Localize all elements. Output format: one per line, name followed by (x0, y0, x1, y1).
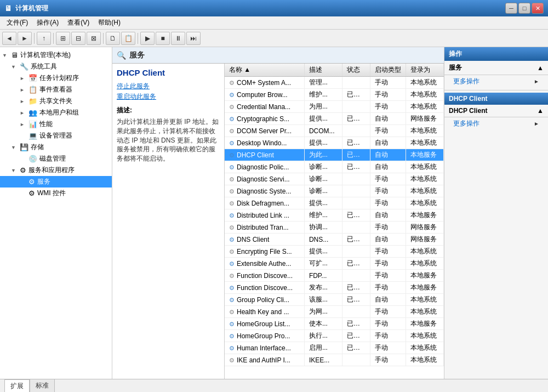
tree-item-event-viewer[interactable]: ► 📋 事件查看器 (0, 84, 112, 95)
menu-action[interactable]: 操作(A) (32, 17, 63, 29)
service-name-cell: ⚙Distributed Link ... (225, 209, 304, 221)
toolbar-show-hide[interactable]: ⊞ (56, 32, 70, 45)
table-row[interactable]: ⚙DCOM Server Pr... DCOM... 手动 本地系统 (225, 125, 444, 137)
table-row[interactable]: ⚙Extensible Authe... 可扩... 已启动 手动 本地系统 (225, 258, 444, 270)
table-row[interactable]: ⚙Distributed Tran... 协调... 手动 网络服务 (225, 221, 444, 234)
menu-file[interactable]: 文件(F) (2, 17, 32, 29)
table-row[interactable]: ⚙Cryptographic S... 提供... 已启动 自动 网络服务 (225, 113, 444, 125)
service-desc-cell: 为网... (304, 306, 342, 318)
service-status-cell: 已启动 (342, 161, 370, 173)
table-row[interactable]: ⚙Credential Mana... 为用... 手动 本地系统 (225, 101, 444, 113)
service-desc-cell: 维护... (304, 209, 342, 221)
tree-item-disk-mgmt[interactable]: 💿 磁盘管理 (0, 153, 112, 164)
menu-view[interactable]: 查看(V) (63, 17, 94, 29)
table-row[interactable]: ⚙Function Discove... FDP... 手动 本地服务 (225, 270, 444, 282)
table-row[interactable]: ⚙HomeGroup List... 使本... 已启动 手动 本地服务 (225, 318, 444, 330)
tab-standard[interactable]: 标准 (30, 379, 55, 392)
tree-item-performance[interactable]: ► 📊 性能 (0, 118, 112, 130)
close-button[interactable]: ✕ (532, 3, 544, 14)
service-login-cell: 本地系统 (406, 258, 444, 270)
disk-expander (20, 156, 28, 162)
table-row[interactable]: ⚙Diagnostic Servi... 诊断... 手动 本地系统 (225, 173, 444, 185)
service-login-cell: 本地服务 (406, 282, 444, 294)
tab-expand[interactable]: 扩展 (4, 379, 30, 392)
col-header-status[interactable]: 状态 (342, 64, 370, 77)
col-header-login[interactable]: 登录为 (406, 64, 444, 77)
menu-help[interactable]: 帮助(H) (94, 17, 125, 29)
toolbar-new[interactable]: 🗋 (106, 32, 120, 45)
table-row[interactable]: ⚙Group Policy Cli... 该服... 已启动 自动 本地系统 (225, 294, 444, 306)
table-row[interactable]: ⚙DHCP Client 为此... 已启动 自动 本地服务 (225, 149, 444, 161)
col-header-start[interactable]: 启动类型 (370, 64, 406, 77)
table-row[interactable]: ⚙Distributed Link ... 维护... 已启动 自动 本地服务 (225, 209, 444, 221)
table-row[interactable]: ⚙Human Interface... 启用... 已启动 手动 本地系统 (225, 342, 444, 354)
actions-dhcp-label: DHCP Client (449, 107, 487, 115)
table-row[interactable]: ⚙Function Discove... 发布... 已启动 手动 本地服务 (225, 282, 444, 294)
service-status-cell (342, 306, 370, 318)
action-more-ops-2[interactable]: 更多操作 ► (444, 117, 548, 130)
table-row[interactable]: ⚙IKE and AuthIP I... IKEE... 手动 本地系统 (225, 354, 444, 366)
toolbar-pause[interactable]: ⏸ (171, 32, 185, 45)
service-start-cell: 自动 (370, 161, 406, 173)
root-expander: ▼ (2, 53, 11, 58)
table-row[interactable]: ⚙COM+ System A... 管理... 手动 本地系统 (225, 77, 444, 89)
col-header-desc[interactable]: 描述 (304, 64, 342, 77)
service-desc-cell: 提供... (304, 197, 342, 209)
service-name-cell: ⚙DNS Client (225, 234, 304, 246)
tree-item-system-tools[interactable]: ▼ 🔧 系统工具 (0, 61, 112, 72)
toolbar-restart[interactable]: ⏭ (186, 32, 201, 45)
toolbar-forward[interactable]: ► (18, 32, 32, 45)
tree-item-local-users[interactable]: ► 👥 本地用户和组 (0, 107, 112, 118)
table-row[interactable]: ⚙Desktop Windo... 提供... 已启动 自动 本地系统 (225, 137, 444, 149)
service-name-cell: ⚙Cryptographic S... (225, 113, 304, 125)
tree-item-wmi[interactable]: ⚙ WMI 控件 (0, 188, 112, 199)
toolbar-props[interactable]: 📋 (121, 32, 135, 45)
tree-item-storage[interactable]: ▼ 💾 存储 (0, 141, 112, 153)
actions-section-dhcp[interactable]: DHCP Client ▲ (444, 105, 548, 117)
maximize-button[interactable]: □ (518, 3, 530, 14)
storage-label: 存储 (31, 143, 44, 152)
minimize-button[interactable]: ─ (505, 3, 517, 14)
tree-root[interactable]: ▼ 🖥 计算机管理(本地) (0, 49, 112, 61)
toolbar-stop[interactable]: ■ (156, 32, 170, 45)
service-login-cell: 网络服务 (406, 221, 444, 234)
table-row[interactable]: ⚙Health Key and ... 为网... 手动 本地系统 (225, 306, 444, 318)
action-more-ops-label-2: 更多操作 (453, 119, 480, 128)
toolbar-back[interactable]: ◄ (2, 32, 16, 45)
toolbar-play[interactable]: ▶ (140, 32, 155, 45)
services-table-area: 名称 ▲ 描述 状态 启动类型 登录为 ⚙COM+ System A... 管理… (225, 64, 444, 379)
tree-item-services[interactable]: ⚙ 服务 (0, 176, 112, 188)
shared-label: 共享文件夹 (39, 96, 72, 106)
service-desc-cell: 提供... (304, 246, 342, 258)
table-row[interactable]: ⚙Diagnostic Polic... 诊断... 已启动 自动 本地系统 (225, 161, 444, 173)
service-start-cell: 手动 (370, 342, 406, 354)
wmi-label: WMI 控件 (37, 189, 66, 198)
toolbar-view2[interactable]: ⊟ (71, 32, 85, 45)
service-status-cell: 已启动 (342, 282, 370, 294)
toolbar-up[interactable]: ↑ (37, 32, 51, 45)
table-row[interactable]: ⚙Disk Defragmen... 提供... 手动 本地系统 (225, 197, 444, 209)
restart-service-link[interactable]: 重启动此服务 (117, 92, 220, 101)
service-desc-cell: 诊断... (304, 173, 342, 185)
actions-section-services[interactable]: 服务 ▲ (444, 61, 548, 75)
table-row[interactable]: ⚙Computer Brow... 维护... 已启动 手动 本地系统 (225, 89, 444, 101)
tree-item-task-scheduler[interactable]: ► 📅 任务计划程序 (0, 72, 112, 84)
tree-item-shared-folders[interactable]: ► 📁 共享文件夹 (0, 95, 112, 107)
service-status-cell (342, 185, 370, 197)
table-row[interactable]: ⚙HomeGroup Pro... 执行... 已启动 手动 本地系统 (225, 330, 444, 342)
col-header-name[interactable]: 名称 ▲ (225, 64, 304, 77)
search-icon: 🔍 (117, 51, 126, 60)
tree-item-services-apps[interactable]: ▼ ⚙ 服务和应用程序 (0, 164, 112, 176)
tree-root-label: 计算机管理(本地) (20, 50, 71, 60)
service-status-cell: 已启动 (342, 137, 370, 149)
action-more-ops-1[interactable]: 更多操作 ► (444, 75, 548, 88)
table-row[interactable]: ⚙Encrypting File S... 提供... 手动 本地系统 (225, 246, 444, 258)
tree-item-device-manager[interactable]: 💻 设备管理器 (0, 130, 112, 141)
service-icon: ⚙ (229, 104, 235, 110)
service-icon: ⚙ (229, 79, 235, 86)
action-more-ops-label-1: 更多操作 (453, 77, 480, 86)
table-row[interactable]: ⚙DNS Client DNS... 已启动 自动 网络服务 (225, 234, 444, 246)
table-row[interactable]: ⚙Diagnostic Syste... 诊断... 手动 本地系统 (225, 185, 444, 197)
stop-service-link[interactable]: 停止此服务 (117, 82, 220, 91)
toolbar-view3[interactable]: ⊠ (87, 32, 101, 45)
